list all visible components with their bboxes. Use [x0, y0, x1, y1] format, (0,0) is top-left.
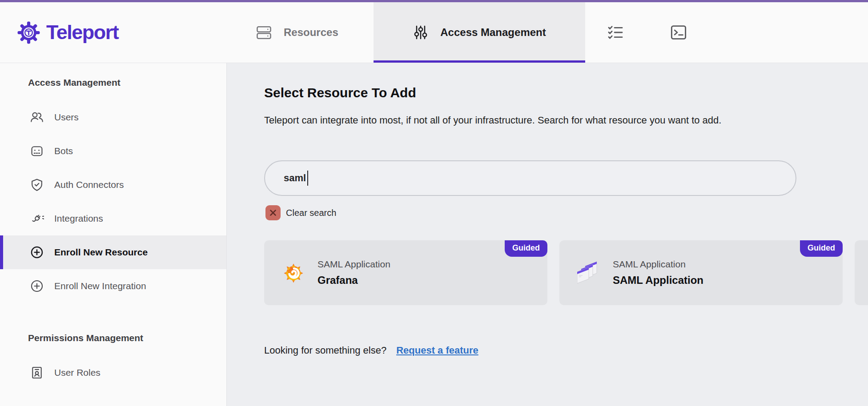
tab-access-management[interactable]: Access Management: [374, 2, 585, 63]
tab-access-management-label: Access Management: [440, 26, 546, 39]
card-title: SAML Application: [613, 274, 703, 287]
text-caret: [307, 171, 308, 186]
card-text: SAML Application Grafana: [317, 259, 390, 287]
checklist-icon: [607, 24, 624, 41]
sidebar-item-enroll-new-integration[interactable]: Enroll New Integration: [0, 269, 226, 303]
sidebar-item-label: User Roles: [54, 367, 100, 378]
request-feature-link[interactable]: Request a feature: [396, 345, 478, 356]
sidebar-item-auth-connectors[interactable]: Auth Connectors: [0, 168, 226, 202]
brand-name: Teleport: [46, 21, 118, 44]
checklist-nav-button[interactable]: [607, 24, 624, 41]
teleport-logo[interactable]: Teleport: [17, 2, 118, 63]
sidebar-item-label: Bots: [54, 146, 73, 156]
shield-check-icon: [29, 177, 44, 192]
guided-badge: Guided: [800, 240, 843, 257]
saml-stack-icon: [577, 261, 600, 284]
terminal-nav-button[interactable]: [670, 24, 687, 41]
clear-search-button[interactable]: Clear search: [265, 205, 336, 220]
page-subtitle: Teleport can integrate into most, if not…: [264, 115, 721, 126]
footer-text: Looking for something else?: [264, 345, 386, 356]
resource-card-grafana[interactable]: SAML Application Grafana Guided: [264, 240, 547, 305]
plug-icon: [29, 211, 44, 226]
resource-card-list: SAML Application Grafana Guided: [264, 240, 868, 305]
sidebar-section-permissions-management: Permissions Management: [28, 329, 226, 347]
sidebar-item-bots[interactable]: Bots: [0, 134, 226, 168]
tab-resources[interactable]: Resources: [256, 2, 338, 63]
search-input[interactable]: saml: [264, 160, 796, 196]
search-input-value: saml: [284, 172, 306, 184]
card-type: SAML Application: [613, 259, 703, 270]
server-stack-icon: [256, 24, 272, 41]
guided-badge: Guided: [505, 240, 547, 257]
sidebar-item-enroll-new-resource[interactable]: Enroll New Resource: [0, 235, 226, 269]
resource-card-saml-application[interactable]: SAML Application SAML Application Guided: [559, 240, 843, 305]
bot-icon: [29, 143, 44, 159]
tab-resources-label: Resources: [284, 26, 338, 39]
clear-x-icon: [265, 205, 281, 220]
sidebar-item-label: Users: [54, 112, 79, 123]
sidebar-item-label: Enroll New Resource: [54, 247, 148, 258]
sidebar-item-label: Enroll New Integration: [54, 281, 146, 291]
sidebar-item-user-roles[interactable]: User Roles: [0, 356, 226, 390]
users-icon: [29, 110, 44, 125]
sliders-icon: [413, 24, 429, 40]
teleport-gear-icon: [17, 21, 40, 44]
card-text: SAML Application SAML Application: [613, 259, 703, 287]
id-badge-icon: [29, 365, 44, 380]
main-content: Select Resource To Add Teleport can inte…: [227, 63, 868, 406]
sidebar-item-label: Integrations: [54, 213, 103, 224]
sidebar-item-label: Auth Connectors: [54, 179, 124, 190]
sidebar-item-users[interactable]: Users: [0, 100, 226, 134]
card-title: Grafana: [317, 274, 390, 287]
top-navbar: Teleport Resources Access Management: [0, 2, 868, 63]
sidebar-item-integrations[interactable]: Integrations: [0, 202, 226, 235]
footer-row: Looking for something else? Request a fe…: [264, 345, 478, 356]
plus-circle-icon: [29, 245, 44, 260]
sidebar: Access Management Users Bots: [0, 63, 227, 406]
sidebar-section-access-management: Access Management: [28, 74, 226, 92]
resource-card-partial[interactable]: [855, 240, 868, 305]
clear-search-label: Clear search: [286, 208, 336, 218]
grafana-icon: [282, 261, 305, 284]
terminal-icon: [670, 24, 687, 41]
plus-circle-icon: [29, 279, 44, 294]
card-type: SAML Application: [317, 259, 390, 270]
page-title: Select Resource To Add: [264, 85, 416, 100]
